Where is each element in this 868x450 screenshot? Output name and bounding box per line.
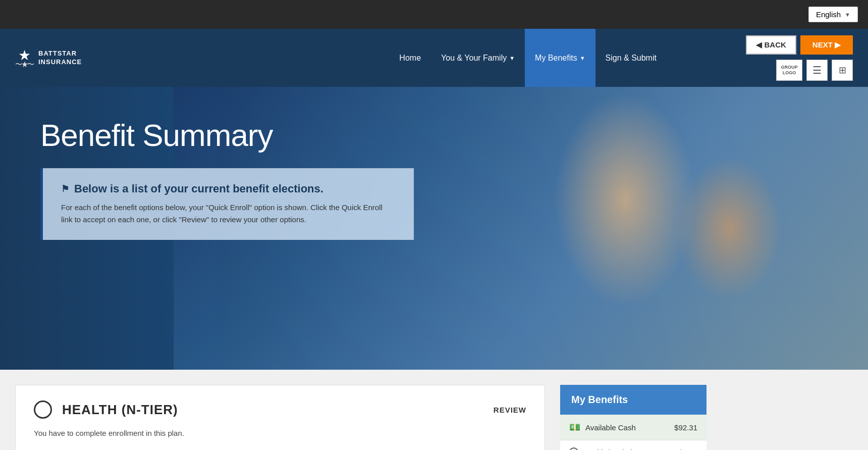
nav-bar: ★ 〜★〜 BATTSTAR INSURANCE Home You & Your… [0,29,868,87]
hero-title: Benefit Summary [40,117,414,153]
nav-link-family-label: You & Your Family [441,54,507,63]
hero-banner: Benefit Summary ⚑ Below is a list of you… [0,87,868,370]
language-label: English [816,10,841,19]
logo-wings-icon: 〜★〜 [15,61,33,68]
health-ntier-value: $0.00 [678,448,697,451]
info-box-title: ⚑ Below is a list of your current benefi… [61,182,396,195]
available-cash-label: Available Cash [585,423,636,432]
health-circle-icon [34,401,52,419]
benefit-card-description: You have to complete enrollment in this … [34,429,526,437]
circle-icon [569,447,578,450]
benefit-card-title: HEALTH (N-TIER) [62,402,178,418]
available-cash-label-area: 💵 Available Cash [569,422,636,433]
flag-icon: ⚑ [61,183,69,194]
logo-line1: BATTSTAR [38,49,82,58]
next-button[interactable]: NEXT ▶ [800,35,853,55]
my-benefits-sidebar: My Benefits 💵 Available Cash $92.31 Heal… [560,385,707,450]
nav-right: ◀ BACK NEXT ▶ GROUPLOGO ☰ ⊞ [746,35,853,81]
list-view-button[interactable]: ☰ [806,60,828,81]
next-button-label: NEXT ▶ [812,40,841,49]
logo-text: BATTSTAR INSURANCE [38,49,82,67]
language-select[interactable]: English ▼ [808,7,858,22]
nav-link-sign-label: Sign & Submit [606,54,657,63]
nav-icons-row: GROUPLOGO ☰ ⊞ [776,60,853,81]
nav-link-family[interactable]: You & Your Family ▼ [431,29,525,87]
nav-link-home-label: Home [399,54,421,63]
nav-link-sign[interactable]: Sign & Submit [595,29,667,87]
back-button[interactable]: ◀ BACK [746,35,796,55]
my-benefits-row-health-ntier: Health (N-Tier) $0.00 [560,440,707,450]
logo-area: ★ 〜★〜 BATTSTAR INSURANCE [15,48,82,68]
my-benefits-header: My Benefits [560,385,707,415]
benefit-card-health: HEALTH (N-TIER) REVIEW You have to compl… [15,385,545,450]
group-logo-label: GROUPLOGO [781,65,797,76]
grid-view-button[interactable]: ⊞ [832,60,853,81]
logo-icon: ★ 〜★〜 [15,48,33,68]
hero-content: Benefit Summary ⚑ Below is a list of you… [40,117,414,240]
nav-link-benefits[interactable]: My Benefits ▼ [525,29,595,87]
nav-link-benefits-label: My Benefits [535,54,577,63]
review-link[interactable]: REVIEW [494,406,526,414]
logo-line2: INSURANCE [38,58,82,67]
benefit-card-title-area: HEALTH (N-TIER) [34,401,178,419]
cash-icon: 💵 [569,422,580,433]
main-content: HEALTH (N-TIER) REVIEW You have to compl… [0,370,868,450]
top-bar: English ▼ [0,0,868,29]
available-cash-value: $92.31 [674,423,697,432]
grid-icon: ⊞ [839,65,846,76]
info-box-title-text: Below is a list of your current benefit … [74,182,323,195]
health-ntier-label: Health (N-Tier) [583,448,633,451]
nav-buttons-row: ◀ BACK NEXT ▶ [746,35,853,55]
back-button-label: ◀ BACK [756,40,786,49]
list-icon: ☰ [812,64,822,76]
chevron-down-icon: ▼ [845,12,850,18]
group-logo-button[interactable]: GROUPLOGO [776,60,802,81]
benefit-card-header: HEALTH (N-TIER) REVIEW [34,401,526,419]
info-box: ⚑ Below is a list of your current benefi… [40,168,414,240]
benefit-card-desc-text: You have to complete enrollment in this … [34,429,184,437]
health-ntier-label-area: Health (N-Tier) [569,447,633,450]
chevron-down-icon: ▼ [580,55,585,61]
nav-link-home[interactable]: Home [389,29,431,87]
my-benefits-row-available-cash: 💵 Available Cash $92.31 [560,415,707,440]
info-box-text: For each of the benefit options below, y… [61,202,396,226]
chevron-down-icon: ▼ [509,55,515,61]
